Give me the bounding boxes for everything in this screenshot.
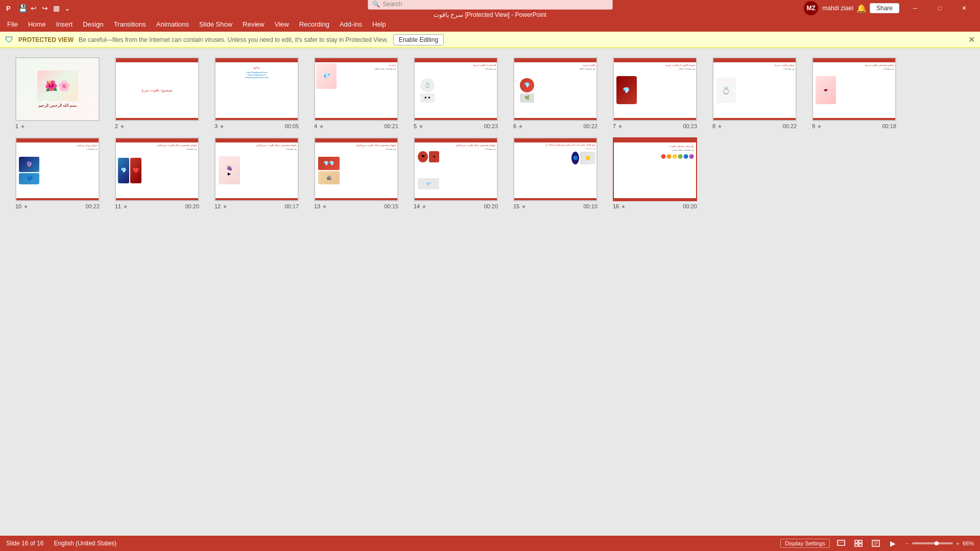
menu-home[interactable]: Home [23, 18, 51, 30]
quick-access-toolbar: 💾 ↩ ↪ ▦ ⌄ [18, 4, 71, 12]
svg-rect-7 [859, 544, 862, 546]
svg-rect-2 [838, 540, 845, 545]
protected-message: Be careful—files from the Internet can c… [79, 36, 388, 43]
slide-meta-15: 15 ★ 00:10 [513, 203, 597, 209]
slide-item[interactable]: 💎 مقدمه متن توضیحات مقدمه اسلاید 4 ★ 00:… [309, 53, 409, 133]
slide-thumbnail-10[interactable]: 🔮 💙 خواص روحی و ذهنی متن توضیحات [15, 137, 100, 201]
menu-insert[interactable]: Insert [51, 18, 78, 30]
enable-editing-button[interactable]: Enable Editing [393, 34, 444, 45]
presenter-view-button[interactable]: ▶ [887, 537, 899, 549]
zoom-level[interactable]: 66% [963, 540, 974, 546]
slide-item[interactable]: 💎💎 🪨 راههای تشخیص سنگ یاقوت سرخ اصل متن … [309, 133, 409, 213]
star-icon: ★ [518, 124, 523, 129]
slide-thumbnail-14[interactable]: ❤ ♦ 💎 راههای تشخیص سنگ یاقوت سرخ اصل متن… [414, 137, 498, 201]
redo-icon[interactable]: ↪ [41, 4, 49, 12]
slide-thumbnail-4[interactable]: 💎 مقدمه متن توضیحات مقدمه اسلاید [314, 57, 398, 121]
slide-meta-5: 5 ★ 00:23 [414, 123, 498, 129]
maximize-button[interactable]: □ [928, 0, 951, 16]
title-bar-left: P 💾 ↩ ↪ ▦ ⌄ [4, 3, 71, 13]
slide-sorter-view: 🌺🌸 بسم الله الرحمن الرحیم 1 ★ موضوع: یاق… [0, 48, 980, 536]
zoom-in-button[interactable]: ＋ [955, 540, 961, 547]
slide-item[interactable]: موضوع: یاقوت سرخ 2 ★ [110, 53, 209, 133]
slide-thumbnail-2[interactable]: موضوع: یاقوت سرخ [115, 57, 199, 121]
slide-thumbnail-16[interactable]: رنگ های مختلف یاقوت متن توضیحات اسلاید ش… [613, 137, 697, 201]
slide-thumbnail-6[interactable]: 💎 🌿 یاقوت سرخ متن توضیحات اسلاید [513, 57, 597, 121]
slide-meta-1: 1 ★ [15, 123, 100, 129]
search-bar[interactable]: 🔍 Search [368, 0, 613, 10]
username: mahdi ziaei [822, 5, 853, 12]
close-button[interactable]: ✕ [952, 0, 976, 16]
presentation-icon[interactable]: ▦ [52, 4, 60, 12]
share-button[interactable]: Share [870, 3, 899, 13]
slide-item[interactable]: ❤ ♦ 💎 راههای تشخیص سنگ یاقوت سرخ اصل متن… [409, 133, 508, 213]
slide-meta-2: 2 ★ [115, 123, 199, 129]
slide-meta-4: 4 ★ 00:21 [314, 123, 398, 129]
menu-slideshow[interactable]: Slide Show [194, 18, 237, 30]
slide-thumbnail-8[interactable]: 💍 خواص یاقوت سرخ متن توضیحات [712, 57, 797, 121]
star-icon: ★ [521, 204, 526, 209]
star-icon: ★ [223, 204, 227, 209]
menu-animations[interactable]: Animations [151, 18, 194, 30]
slide-thumbnail-3[interactable]: منابع • http://haghangold.com • http://a… [214, 57, 299, 121]
slide-thumbnail-15[interactable]: بلور افراد ترقی داده کنند هزار و دو هزار… [513, 137, 597, 201]
slide-item[interactable]: 🍇 ▶ راههای تشخیص سنگ یاقوت سرخ اصل متن ت… [209, 133, 309, 213]
normal-view-button[interactable] [835, 537, 847, 549]
star-icon: ★ [322, 204, 327, 209]
slide-thumbnail-11[interactable]: 💎 ❤️ راههای تشخیص سنگ یاقوت سرخ اصل متن … [115, 137, 199, 201]
slide-item[interactable]: منابع • http://haghangold.com • http://a… [209, 53, 309, 133]
slide-meta-11: 11 ★ 00:20 [115, 203, 199, 209]
zoom-out-button[interactable]: － [904, 540, 910, 547]
star-icon: ★ [319, 124, 324, 129]
slide-thumbnail-7[interactable]: 💎 نمونه نگاوری از یاقوت سرخ متن توضیحات … [613, 57, 697, 121]
star-icon: ★ [618, 124, 623, 129]
reading-view-button[interactable] [870, 537, 882, 549]
slide-item[interactable]: 🌺🌸 بسم الله الرحمن الرحیم 1 ★ [10, 53, 110, 133]
slide-sorter-button[interactable] [852, 537, 865, 549]
slide-count: Slide 16 of 16 [6, 540, 43, 547]
search-icon: 🔍 [372, 1, 380, 8]
slide-item[interactable]: بلور افراد ترقی داده کنند هزار و دو هزار… [508, 133, 608, 213]
slide-item[interactable]: 💎 نمونه نگاوری از یاقوت سرخ متن توضیحات … [608, 53, 707, 133]
menu-view[interactable]: View [270, 18, 294, 30]
display-settings-button[interactable]: Display Settings [780, 539, 830, 548]
undo-icon[interactable]: ↩ [30, 4, 38, 12]
save-icon[interactable]: 💾 [18, 4, 27, 12]
customize-icon[interactable]: ⌄ [63, 4, 71, 12]
menu-review[interactable]: Review [237, 18, 270, 30]
star-icon: ★ [123, 204, 128, 209]
notifications-icon[interactable]: 🔔 [857, 4, 866, 12]
window-controls: ─ □ ✕ [903, 0, 976, 16]
menu-help[interactable]: Help [367, 18, 391, 30]
slide-thumbnail-5[interactable]: 💍 ✦✦ آشنایی با یاقوت سرخ متن توضیحات [414, 57, 498, 121]
svg-text:P: P [6, 5, 11, 12]
slide-item[interactable]: 💍 ✦✦ آشنایی با یاقوت سرخ متن توضیحات 5 ★… [409, 53, 508, 133]
minimize-button[interactable]: ─ [903, 0, 927, 16]
slide-item[interactable]: 🍷 خواص جسمانی یاقوت سرخ متن توضیحات 9 ★ … [807, 53, 906, 133]
slide-item[interactable]: 🔮 💙 خواص روحی و ذهنی متن توضیحات 10 ★ 00… [10, 133, 110, 213]
svg-rect-5 [859, 540, 862, 543]
slide-item[interactable]: 💍 خواص یاقوت سرخ متن توضیحات 8 ★ 00:22 [707, 53, 807, 133]
user-avatar[interactable]: MZ [804, 1, 818, 15]
slide-item[interactable]: 💎 🌿 یاقوت سرخ متن توضیحات اسلاید 6 ★ 00:… [508, 53, 608, 133]
menu-file[interactable]: File [2, 18, 23, 30]
slide-thumbnail-12[interactable]: 🍇 ▶ راههای تشخیص سنگ یاقوت سرخ اصل متن ت… [214, 137, 299, 201]
svg-rect-6 [855, 544, 858, 546]
menu-addins[interactable]: Add-ins [334, 18, 367, 30]
slide-meta-13: 13 ★ 00:15 [314, 203, 398, 209]
protected-bar-close-icon[interactable]: ✕ [968, 35, 975, 44]
protected-view-bar: 🛡 PROTECTED VIEW Be careful—files from t… [0, 32, 980, 48]
menu-recording[interactable]: Recording [294, 18, 334, 30]
slide-meta-16: 16 ★ 00:20 [613, 203, 697, 209]
slide-thumbnail-9[interactable]: 🍷 خواص جسمانی یاقوت سرخ متن توضیحات [812, 57, 896, 121]
status-bar: Slide 16 of 16 English (United States) D… [0, 536, 980, 551]
slide-thumbnail-1[interactable]: 🌺🌸 بسم الله الرحمن الرحیم [15, 57, 100, 121]
slide-meta-14: 14 ★ 00:20 [414, 203, 498, 209]
slide-thumbnail-13[interactable]: 💎💎 🪨 راههای تشخیص سنگ یاقوت سرخ اصل متن … [314, 137, 398, 201]
menu-design[interactable]: Design [78, 18, 108, 30]
slide-item[interactable]: 💎 ❤️ راههای تشخیص سنگ یاقوت سرخ اصل متن … [110, 133, 209, 213]
zoom-slider[interactable] [912, 542, 953, 544]
star-icon: ★ [419, 124, 423, 129]
slide-item-current[interactable]: رنگ های مختلف یاقوت متن توضیحات اسلاید ش… [608, 133, 707, 213]
menu-transitions[interactable]: Transitions [109, 18, 151, 30]
shield-icon: 🛡 [5, 35, 13, 44]
